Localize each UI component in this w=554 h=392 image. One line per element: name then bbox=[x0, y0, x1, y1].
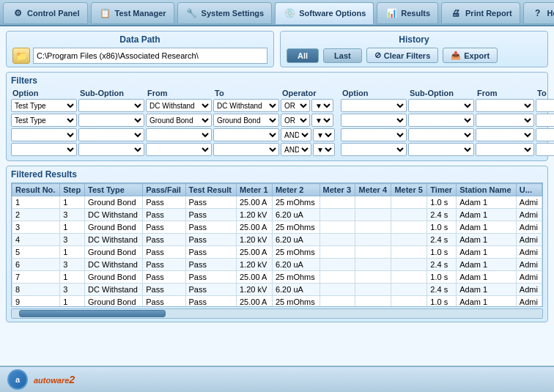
logo-icon: a bbox=[7, 369, 28, 390]
filter-row2-suboption2[interactable] bbox=[408, 114, 474, 127]
filter-row3-suboption1[interactable] bbox=[78, 128, 144, 141]
filter-header-option1: Option bbox=[12, 89, 78, 97]
filter-row3-operator1[interactable]: AND bbox=[281, 128, 311, 141]
filter-row1-to2[interactable] bbox=[536, 99, 554, 112]
clear-filters-button[interactable]: ⊘ Clear Filters bbox=[366, 48, 439, 63]
filter-row1-suboption2[interactable] bbox=[408, 99, 474, 112]
filter-row3-to2[interactable] bbox=[536, 128, 554, 141]
col-step: Step bbox=[60, 184, 85, 196]
logo-symbol: a bbox=[15, 375, 20, 384]
filter-row4-suboption1[interactable] bbox=[78, 143, 144, 156]
filter-row4-from1[interactable] bbox=[146, 143, 212, 156]
filter-row2-operator1[interactable]: OR bbox=[281, 114, 310, 127]
filter-row-1: Test Type DC Withstand DC Withstand OR ▼… bbox=[11, 99, 543, 112]
table-row[interactable]: 63DC WithstandPassPass1.20 kV6.20 uA2.4 … bbox=[12, 259, 542, 271]
filter-row4-operator1[interactable]: AND bbox=[281, 143, 311, 156]
filter-row1-from1[interactable]: DC Withstand bbox=[146, 99, 212, 112]
filter-row1-to1[interactable]: DC Withstand bbox=[213, 99, 279, 112]
filter-row1-option1[interactable]: Test Type bbox=[11, 99, 77, 112]
filter-header-from2: From bbox=[477, 89, 536, 97]
filter-row-4: AND ▼ AND ▼ bbox=[11, 143, 543, 156]
filter-row2-arrow1[interactable]: ▼ bbox=[311, 114, 333, 127]
header-row: Data Path 📁 History All Last ⊘ Clear Fil… bbox=[6, 31, 548, 67]
filter-row-3: AND ▼ AND ▼ bbox=[11, 128, 543, 141]
table-row[interactable]: 91Ground BondPassPass25.00 A25 mOhms1.0 … bbox=[12, 296, 542, 308]
filter-row2-to2[interactable] bbox=[536, 114, 554, 127]
filter-row3-option2[interactable] bbox=[341, 128, 407, 141]
col-meter4: Meter 4 bbox=[355, 184, 391, 196]
results-table: Result No. Step Test Type Pass/Fail Test… bbox=[12, 183, 542, 307]
table-row[interactable]: 51Ground BondPassPass25.00 A25 mOhms1.0 … bbox=[12, 246, 542, 259]
filter-row2-option1[interactable]: Test Type bbox=[11, 114, 77, 127]
bottom-bar: a autoware2 bbox=[0, 366, 554, 392]
table-row[interactable]: 83DC WithstandPassPass1.20 kV6.20 uA2.4 … bbox=[12, 284, 542, 296]
data-path-title: Data Path bbox=[12, 34, 267, 45]
filter-row3-operator-cell: AND ▼ bbox=[281, 128, 339, 141]
tab-software-options[interactable]: 💿 Software Options bbox=[275, 2, 374, 24]
filter-row3-to1[interactable] bbox=[213, 128, 279, 141]
export-button[interactable]: 📤 Export bbox=[443, 48, 498, 63]
col-test-result: Test Result bbox=[185, 184, 236, 196]
tab-test-manager[interactable]: 📋 Test Manager bbox=[91, 2, 174, 24]
history-last-button[interactable]: Last bbox=[323, 48, 362, 63]
filter-header-from1: From bbox=[147, 89, 213, 97]
history-all-button[interactable]: All bbox=[287, 48, 319, 63]
top-navigation: ⚙ Control Panel 📋 Test Manager 🔧 System … bbox=[0, 0, 554, 26]
data-path-input[interactable] bbox=[33, 48, 267, 64]
clear-filters-icon: ⊘ bbox=[374, 51, 381, 60]
table-row[interactable]: 31Ground BondPassPass25.00 A25 mOhms1.0 … bbox=[12, 221, 542, 234]
filter-row3-arrow1[interactable]: ▼ bbox=[313, 128, 335, 141]
col-station-name: Station Name bbox=[457, 184, 517, 196]
col-timer: Timer bbox=[427, 184, 457, 196]
filtered-results-title: Filtered Results bbox=[11, 169, 543, 180]
tab-help[interactable]: ? Help bbox=[523, 2, 554, 24]
filter-row4-arrow1[interactable]: ▼ bbox=[313, 143, 335, 156]
tab-control-panel[interactable]: ⚙ Control Panel bbox=[3, 2, 88, 24]
filter-row1-suboption1[interactable] bbox=[78, 99, 144, 112]
filter-row2-to1[interactable]: Ground Bond bbox=[213, 114, 279, 127]
table-row[interactable]: 71Ground BondPassPass25.00 A25 mOhms1.0 … bbox=[12, 271, 542, 284]
filter-row4-suboption2[interactable] bbox=[408, 143, 474, 156]
control-panel-icon: ⚙ bbox=[11, 7, 24, 20]
filter-row1-from2[interactable] bbox=[476, 99, 534, 112]
filter-row4-to1[interactable] bbox=[213, 143, 279, 156]
col-meter3: Meter 3 bbox=[320, 184, 355, 196]
browse-folder-button[interactable]: 📁 bbox=[12, 48, 30, 64]
filter-row2-from2[interactable] bbox=[476, 114, 534, 127]
filter-row2-from1[interactable]: Ground Bond bbox=[146, 114, 212, 127]
filter-row3-from1[interactable] bbox=[146, 128, 212, 141]
tab-results[interactable]: 📊 Results bbox=[377, 2, 438, 24]
filter-row1-option2[interactable] bbox=[341, 99, 407, 112]
col-u: U... bbox=[516, 184, 542, 196]
filters-header: Option Sub-Option From To Operator Optio… bbox=[11, 89, 543, 97]
filter-row2-option2[interactable] bbox=[341, 114, 407, 127]
col-meter2: Meter 2 bbox=[272, 184, 320, 196]
filter-row1-arrow1[interactable]: ▼ bbox=[311, 99, 333, 112]
history-title: History bbox=[287, 34, 542, 45]
table-row[interactable]: 11Ground BondPassPass25.00 A25 mOhms1.0 … bbox=[12, 196, 542, 209]
filter-row3-suboption2[interactable] bbox=[408, 128, 474, 141]
filter-row4-option1[interactable] bbox=[11, 143, 77, 156]
filter-row4-to2[interactable] bbox=[536, 143, 554, 156]
system-settings-icon: 🔧 bbox=[185, 7, 199, 20]
filter-header-operator1: Operator bbox=[282, 89, 341, 97]
filter-row1-operator1[interactable]: OR bbox=[281, 99, 310, 112]
tab-print-report[interactable]: 🖨 Print Report bbox=[441, 2, 520, 24]
filter-row4-option2[interactable] bbox=[341, 143, 407, 156]
main-content: Data Path 📁 History All Last ⊘ Clear Fil… bbox=[0, 26, 554, 366]
horizontal-scrollbar[interactable] bbox=[11, 308, 543, 319]
scrollbar-thumb[interactable] bbox=[19, 310, 166, 317]
filter-row2-suboption1[interactable] bbox=[78, 114, 144, 127]
tab-system-settings[interactable]: 🔧 System Settings bbox=[177, 2, 273, 24]
table-row[interactable]: 23DC WithstandPassPass1.20 kV6.20 uA2.4 … bbox=[12, 209, 542, 221]
results-table-wrapper[interactable]: Result No. Step Test Type Pass/Fail Test… bbox=[11, 182, 543, 307]
filter-row4-from2[interactable] bbox=[476, 143, 534, 156]
col-result-no: Result No. bbox=[12, 184, 60, 196]
filter-row3-option1[interactable] bbox=[11, 128, 77, 141]
filters-section: Filters Option Sub-Option From To Operat… bbox=[6, 72, 548, 161]
table-row[interactable]: 43DC WithstandPassPass1.20 kV6.20 uA2.4 … bbox=[12, 234, 542, 246]
filter-row3-from2[interactable] bbox=[476, 128, 534, 141]
filter-header-suboption2: Sub-Option bbox=[410, 89, 476, 97]
logo-text: autoware2 bbox=[34, 373, 75, 386]
export-icon: 📤 bbox=[451, 51, 461, 60]
